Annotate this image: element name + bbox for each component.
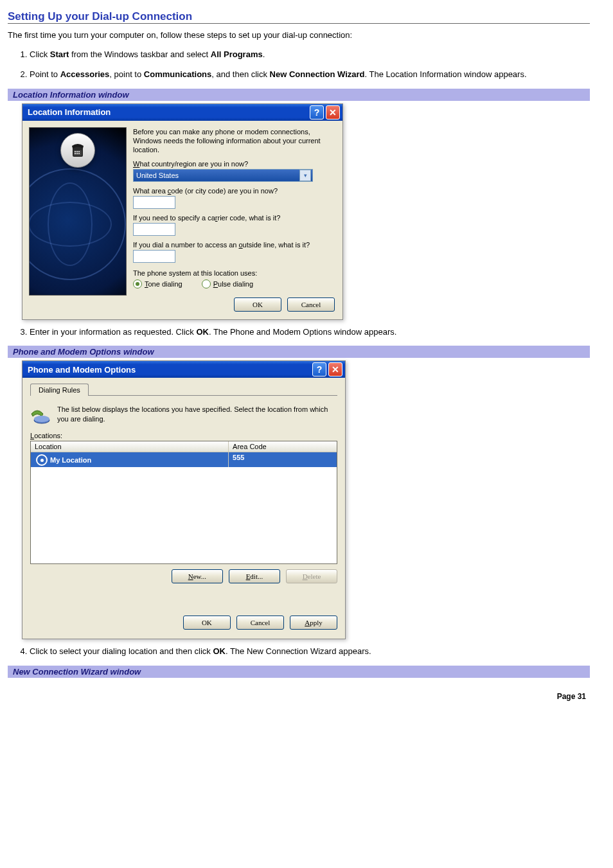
step-4: Click to select your dialing location an… bbox=[30, 646, 590, 658]
close-button[interactable]: ✕ bbox=[328, 362, 342, 376]
help-button[interactable]: ? bbox=[310, 105, 324, 120]
dialog-intro: Before you can make any phone or modem c… bbox=[133, 127, 335, 155]
phone-modem-icon bbox=[30, 405, 51, 425]
phone-system-label: The phone system at this location uses: bbox=[133, 269, 335, 277]
tab-dialing-rules[interactable]: Dialing Rules bbox=[30, 384, 89, 396]
tone-dialing-radio[interactable]: Tone dialing bbox=[133, 279, 182, 288]
country-label: What country/region are you in now? bbox=[133, 160, 335, 168]
locations-label: Locations: bbox=[30, 432, 337, 439]
new-button[interactable]: New... bbox=[172, 569, 223, 583]
pulse-dialing-radio[interactable]: Pulse dialing bbox=[202, 279, 253, 288]
phone-icon bbox=[60, 133, 95, 168]
chevron-down-icon[interactable]: ▾ bbox=[299, 170, 311, 181]
svg-rect-4 bbox=[78, 151, 80, 152]
radio-checked-icon bbox=[133, 279, 142, 288]
area-code-input[interactable] bbox=[133, 196, 175, 209]
cancel-button[interactable]: Cancel bbox=[236, 616, 284, 630]
svg-rect-7 bbox=[78, 153, 80, 154]
location-row-selected[interactable]: My Location 555 bbox=[31, 452, 337, 467]
caption-phone-modem: Phone and Modem Options window bbox=[8, 346, 590, 358]
edit-button[interactable]: Edit... bbox=[229, 569, 280, 583]
dialog-graphic bbox=[29, 127, 127, 296]
column-area-code[interactable]: Area Code bbox=[229, 441, 337, 452]
cancel-button[interactable]: Cancel bbox=[287, 297, 335, 312]
outside-line-input[interactable] bbox=[133, 250, 175, 263]
column-location[interactable]: Location bbox=[31, 441, 229, 452]
country-select[interactable]: United States ▾ bbox=[133, 169, 313, 182]
country-value: United States bbox=[136, 172, 179, 179]
locations-listview[interactable]: Location Area Code My Location 555 bbox=[30, 441, 337, 564]
svg-rect-2 bbox=[75, 151, 76, 152]
step-2: Point to Accessories, point to Communica… bbox=[30, 69, 590, 81]
dialog-title: Phone and Modem Options bbox=[28, 365, 136, 375]
svg-point-9 bbox=[34, 416, 49, 422]
radio-unchecked-icon bbox=[202, 279, 211, 288]
svg-rect-3 bbox=[76, 151, 78, 152]
apply-button[interactable]: Apply bbox=[290, 616, 337, 630]
carrier-code-input[interactable] bbox=[133, 223, 175, 236]
svg-rect-5 bbox=[75, 153, 76, 154]
caption-new-connection-wizard: New Connection Wizard window bbox=[8, 666, 590, 678]
area-code-label: What area code (or city code) are you in… bbox=[133, 187, 335, 195]
location-information-dialog: Location Information ? ✕ Before you can … bbox=[22, 103, 343, 320]
dialog-titlebar[interactable]: Phone and Modem Options ? ✕ bbox=[22, 361, 345, 378]
dialog-description: The list below displays the locations yo… bbox=[57, 405, 337, 423]
ok-button[interactable]: OK bbox=[183, 616, 231, 630]
intro-text: The first time you turn your computer on… bbox=[8, 30, 590, 40]
phone-modem-options-dialog: Phone and Modem Options ? ✕ Dialing Rule… bbox=[22, 360, 346, 639]
dialog-title: Location Information bbox=[28, 107, 111, 117]
section-title: Setting Up your Dial-up Connection bbox=[8, 10, 590, 24]
svg-rect-6 bbox=[76, 153, 78, 154]
close-button[interactable]: ✕ bbox=[326, 105, 340, 120]
page-number: Page 31 bbox=[8, 692, 590, 701]
location-selected-icon bbox=[36, 454, 48, 466]
outside-line-label: If you dial a number to access an outsid… bbox=[133, 241, 335, 249]
caption-location-info: Location Information window bbox=[8, 89, 590, 101]
help-button[interactable]: ? bbox=[312, 362, 326, 376]
ok-button[interactable]: OK bbox=[234, 297, 281, 312]
dialog-titlebar[interactable]: Location Information ? ✕ bbox=[22, 104, 342, 121]
step-3: Enter in your information as requested. … bbox=[30, 326, 590, 339]
delete-button: Delete bbox=[286, 569, 337, 583]
carrier-code-label: If you need to specify a carrier code, w… bbox=[133, 214, 335, 222]
step-1: Click Start from the Windows taskbar and… bbox=[30, 49, 590, 61]
